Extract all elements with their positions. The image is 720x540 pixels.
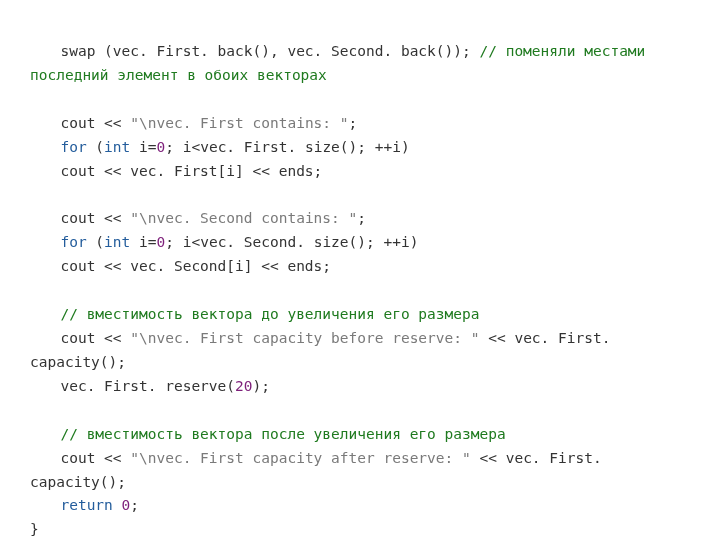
string-first-contains: "\nvec. First contains: " (130, 115, 348, 131)
for-var: i= (130, 234, 156, 250)
keyword-for: for (60, 234, 86, 250)
number-zero: 0 (157, 234, 166, 250)
for-cond: ; i<vec. First. size(); ++i) (165, 139, 409, 155)
number-zero: 0 (122, 497, 131, 513)
string-capacity-after: "\nvec. First capacity after reserve: " (130, 450, 470, 466)
swap-call: swap (vec. First. back(), vec. Second. b… (60, 43, 479, 59)
stmt-end: ; (357, 210, 374, 226)
cout-capacity-after: cout << (60, 450, 130, 466)
number-twenty: 20 (235, 378, 252, 394)
return-space (113, 497, 122, 513)
keyword-int: int (104, 139, 130, 155)
cout-first-label: cout << (60, 115, 130, 131)
for-open: ( (87, 139, 104, 155)
reserve-call-a: vec. First. reserve( (60, 378, 235, 394)
cout-capacity-before: cout << (60, 330, 130, 346)
string-capacity-before: "\nvec. First capacity before reserve: " (130, 330, 479, 346)
keyword-for: for (60, 139, 86, 155)
keyword-return: return (60, 497, 112, 513)
number-zero: 0 (157, 139, 166, 155)
reserve-call-b: ); (253, 378, 270, 394)
stmt-end: ; (349, 115, 366, 131)
string-second-contains: "\nvec. Second contains: " (130, 210, 357, 226)
for-var: i= (130, 139, 156, 155)
return-semi: ; (130, 497, 139, 513)
cout-second-label: cout << (60, 210, 130, 226)
comment-before-reserve: // вместимость вектора до увеличения его… (60, 306, 479, 322)
cout-second-item: cout << vec. Second[i] << ends; (60, 258, 339, 274)
for-open: ( (87, 234, 104, 250)
for-cond: ; i<vec. Second. size(); ++i) (165, 234, 418, 250)
cout-first-item: cout << vec. First[i] << ends; (60, 163, 331, 179)
code-block: swap (vec. First. back(), vec. Second. b… (30, 16, 690, 540)
closing-brace: } (30, 521, 39, 537)
comment-after-reserve: // вместимость вектора после увеличения … (60, 426, 505, 442)
keyword-int: int (104, 234, 130, 250)
